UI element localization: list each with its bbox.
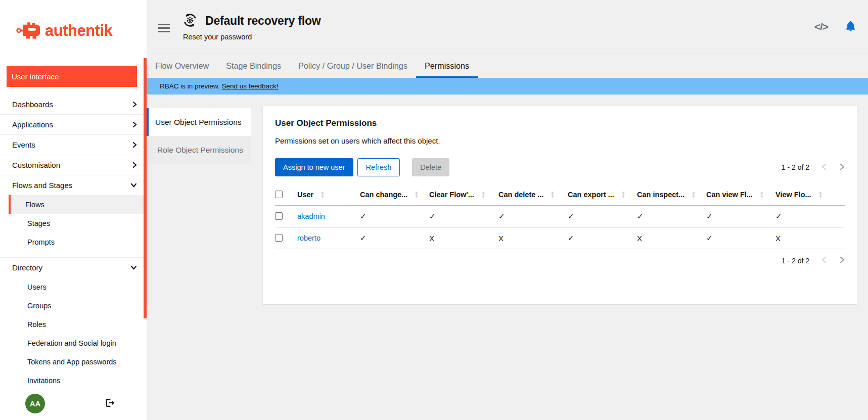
tab-policy-group-user-bindings[interactable]: Policy / Group / User Bindings bbox=[290, 54, 416, 78]
permission-mark: ✓ bbox=[429, 212, 436, 220]
column-header-can-inspect[interactable]: Can inspect... bbox=[637, 185, 706, 206]
tab-stage-bindings[interactable]: Stage Bindings bbox=[217, 54, 290, 78]
table-row: roberto ✓ X X ✓ X ✓ X bbox=[275, 227, 845, 249]
permission-mark: ✓ bbox=[498, 212, 505, 220]
row-checkbox[interactable] bbox=[275, 212, 283, 220]
sort-icon bbox=[818, 191, 823, 198]
sort-icon bbox=[415, 191, 419, 198]
sidebar-nav: Dashboards Applications Events Customisa… bbox=[0, 94, 147, 390]
page-next-icon[interactable] bbox=[840, 256, 845, 265]
permissions-table: User Can change... Clear Flow'... Can de… bbox=[275, 185, 845, 249]
card-description: Permissions set on users which affect th… bbox=[275, 136, 845, 145]
sidebar-divider bbox=[0, 251, 147, 257]
brand-name: authentik bbox=[45, 22, 112, 40]
sidebar-item-applications[interactable]: Applications bbox=[0, 114, 147, 134]
sidebar-item-tokens[interactable]: Tokens and App passwords bbox=[9, 352, 147, 371]
sidebar-item-dashboards[interactable]: Dashboards bbox=[0, 94, 147, 114]
sort-icon bbox=[692, 191, 696, 198]
sort-icon bbox=[481, 191, 485, 198]
api-code-icon[interactable]: </> bbox=[814, 21, 828, 33]
assign-to-new-user-button[interactable]: Assign to new user bbox=[275, 158, 353, 176]
pagination-top: 1 - 2 of 2 bbox=[782, 163, 845, 172]
page-title: Default recovery flow bbox=[205, 14, 321, 28]
subtab-role-object-permissions[interactable]: Role Object Permissions bbox=[147, 136, 251, 164]
select-all-checkbox[interactable] bbox=[275, 191, 283, 198]
main-area: User Object Permissions Role Object Perm… bbox=[147, 95, 868, 420]
sidebar-item-invitations[interactable]: Invitations bbox=[9, 371, 147, 390]
sidebar: authentik User interface Dashboards Appl… bbox=[0, 0, 147, 420]
permission-mark: ✓ bbox=[775, 212, 782, 220]
brand-logo[interactable]: authentik bbox=[0, 0, 147, 41]
tab-permissions[interactable]: Permissions bbox=[416, 54, 478, 78]
sidebar-item-user-interface[interactable]: User interface bbox=[7, 66, 137, 87]
user-link-roberto[interactable]: roberto bbox=[297, 234, 321, 242]
sidebar-item-stages[interactable]: Stages bbox=[9, 214, 147, 232]
chevron-right-icon bbox=[132, 162, 137, 168]
subtab-list: User Object Permissions Role Object Perm… bbox=[147, 108, 251, 164]
sidebar-item-federation[interactable]: Federation and Social login bbox=[9, 334, 147, 352]
column-header-can-view[interactable]: Can view Fl... bbox=[706, 185, 775, 206]
column-header-can-export[interactable]: Can export ... bbox=[568, 185, 637, 206]
content-area: Default recovery flow Reset your passwor… bbox=[147, 0, 868, 420]
column-header-can-change[interactable]: Can change... bbox=[360, 185, 429, 206]
table-header-row: User Can change... Clear Flow'... Can de… bbox=[275, 185, 845, 206]
tab-flow-overview[interactable]: Flow Overview bbox=[147, 54, 217, 78]
chevron-right-icon bbox=[132, 121, 137, 128]
app-window: authentik User interface Dashboards Appl… bbox=[0, 0, 868, 420]
permission-mark: ✓ bbox=[360, 212, 367, 220]
page-next-icon[interactable] bbox=[840, 163, 845, 172]
chevron-right-icon bbox=[132, 142, 137, 148]
sidebar-item-customisation[interactable]: Customisation bbox=[0, 155, 147, 175]
card-title: User Object Permissions bbox=[275, 118, 845, 128]
page-previous-icon[interactable] bbox=[821, 163, 827, 172]
permission-mark: X bbox=[637, 234, 642, 243]
process-automation-icon bbox=[183, 13, 197, 29]
chevron-right-icon bbox=[132, 101, 137, 108]
authentik-key-icon bbox=[16, 20, 41, 41]
page-header: Default recovery flow Reset your passwor… bbox=[147, 0, 868, 54]
notification-bell-icon[interactable] bbox=[844, 20, 857, 34]
sort-icon bbox=[321, 191, 325, 198]
rbac-preview-banner: RBAC is in preview. Send us feedback! bbox=[147, 78, 868, 95]
sidebar-item-flows[interactable]: Flows bbox=[9, 195, 147, 214]
subtab-user-object-permissions[interactable]: User Object Permissions bbox=[147, 108, 251, 136]
sidebar-item-directory[interactable]: Directory bbox=[0, 257, 147, 277]
permissions-card: User Object Permissions Permissions set … bbox=[263, 106, 857, 304]
row-checkbox[interactable] bbox=[275, 234, 283, 242]
permission-mark: ✓ bbox=[360, 234, 367, 242]
sidebar-item-events[interactable]: Events bbox=[0, 134, 147, 155]
banner-text: RBAC is in preview. bbox=[160, 82, 220, 90]
chevron-down-icon bbox=[130, 183, 137, 188]
permission-mark: ✓ bbox=[706, 234, 713, 242]
toolbar: Assign to new user Refresh Delete 1 - 2 … bbox=[275, 158, 845, 176]
column-header-clear-flow[interactable]: Clear Flow'... bbox=[429, 185, 498, 206]
sidebar-item-roles[interactable]: Roles bbox=[9, 315, 147, 334]
sidebar-scrollbar-thumb[interactable] bbox=[144, 58, 147, 318]
column-header-user[interactable]: User bbox=[297, 185, 360, 206]
feedback-link[interactable]: Send us feedback! bbox=[222, 82, 279, 90]
column-header-view-flow[interactable]: View Flo... bbox=[775, 185, 845, 206]
delete-button[interactable]: Delete bbox=[412, 158, 449, 176]
sidebar-item-prompts[interactable]: Prompts bbox=[9, 232, 147, 251]
sidebar-item-groups[interactable]: Groups bbox=[9, 296, 147, 315]
permission-mark: ✓ bbox=[568, 234, 574, 242]
refresh-button[interactable]: Refresh bbox=[357, 158, 400, 176]
sidebar-item-users[interactable]: Users bbox=[9, 277, 147, 296]
pagination-range: 1 - 2 of 2 bbox=[782, 257, 809, 265]
chevron-down-icon bbox=[130, 265, 137, 270]
permission-mark: ✓ bbox=[706, 212, 713, 220]
page-previous-icon[interactable] bbox=[821, 256, 827, 265]
permission-mark: ✓ bbox=[568, 212, 574, 220]
user-link-akadmin[interactable]: akadmin bbox=[297, 212, 325, 220]
permission-mark: X bbox=[775, 234, 781, 243]
logout-icon[interactable] bbox=[104, 397, 115, 410]
hamburger-menu-icon[interactable] bbox=[158, 22, 170, 34]
column-header-can-delete[interactable]: Can delete ... bbox=[498, 185, 568, 206]
sidebar-scrollbar bbox=[144, 0, 147, 420]
permission-mark: X bbox=[429, 234, 434, 243]
pagination-range: 1 - 2 of 2 bbox=[782, 163, 809, 171]
sidebar-user-row: AA bbox=[0, 390, 147, 413]
avatar[interactable]: AA bbox=[25, 394, 45, 413]
pagination-bottom: 1 - 2 of 2 bbox=[782, 256, 845, 265]
sidebar-item-flows-and-stages[interactable]: Flows and Stages bbox=[0, 175, 147, 195]
